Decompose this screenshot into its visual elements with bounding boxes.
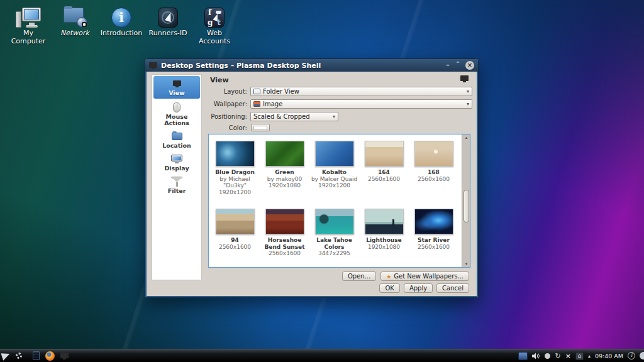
desktop-icon-web-accounts[interactable]: fgt Web Accounts: [191, 4, 238, 45]
network-folder-icon: [62, 6, 87, 28]
desktop-icon-label: Introduction: [98, 29, 145, 37]
desktop-icon-my-computer[interactable]: My Computer: [5, 4, 52, 45]
firefox-icon[interactable]: [45, 351, 55, 361]
sidebar-item-filter[interactable]: Filter: [152, 174, 201, 197]
tray-close-icon[interactable]: ×: [565, 353, 571, 359]
web-accounts-icon: fgt: [204, 8, 225, 28]
volume-icon[interactable]: [532, 353, 540, 359]
wallpaper-item[interactable]: Greenby makoy001920x1080: [260, 141, 309, 195]
layout-label: Layout:: [184, 88, 247, 95]
text-editor-icon[interactable]: [33, 351, 40, 360]
wallpaper-thumbnail: [414, 209, 453, 234]
wallpaper-item[interactable]: Lake Tahoe Colors3447x2295: [309, 209, 359, 257]
mouse-icon: [173, 102, 180, 112]
color-picker-button[interactable]: [251, 124, 270, 131]
image-icon: [253, 101, 260, 107]
chevron-down-icon: ▾: [333, 114, 335, 119]
window-titlebar[interactable]: Desktop Settings – Plasma Desktop Shell …: [145, 59, 478, 72]
panel-cashew-icon[interactable]: [640, 352, 643, 359]
wallpaper-item[interactable]: Kobaltoby Malcer Quaid1920x1200: [309, 141, 359, 195]
wallpaper-thumbnail: [265, 209, 304, 234]
scrollbar-thumb[interactable]: [464, 190, 469, 222]
desktop-icon-label: Network: [52, 29, 98, 37]
wallpaper-label: Wallpaper:: [184, 101, 247, 107]
cancel-button[interactable]: Cancel: [436, 283, 469, 293]
section-title: View: [210, 76, 229, 84]
positioning-label: Positioning:: [184, 113, 247, 120]
desktop-icon-network[interactable]: Network: [52, 4, 98, 45]
chevron-down-icon: ▾: [467, 101, 469, 107]
view-corner-icon: [460, 75, 469, 82]
pager-widget[interactable]: [518, 352, 528, 360]
desktop-icon-label: Runners-ID: [145, 29, 191, 37]
wallpaper-thumbnail: [315, 141, 354, 167]
wallpaper-item[interactable]: Blue Dragonby Michael"Du3ky"1920x1200: [210, 141, 260, 195]
scroll-up-icon[interactable]: ▴: [462, 135, 470, 140]
desktop-icon-runners-id[interactable]: Runners-ID: [145, 4, 191, 45]
wallpaper-row: Blue Dragonby Michael"Du3ky"1920x1200 Gr…: [210, 141, 460, 195]
folder-view-icon: [253, 89, 260, 94]
view-icon: [173, 80, 181, 87]
desktop-icon-label: Web Accounts: [191, 29, 238, 45]
wallpaper-combobox[interactable]: Image ▾: [250, 99, 472, 109]
chevron-down-icon: ▾: [467, 89, 469, 94]
scroll-down-icon[interactable]: ▾: [462, 261, 470, 266]
open-button[interactable]: Open...: [342, 272, 376, 281]
filter-funnel-icon: [171, 177, 182, 187]
display-icon: [171, 155, 182, 163]
color-label: Color:: [184, 124, 247, 131]
speaker-icon: [532, 353, 540, 359]
wallpaper-thumbnail: [315, 209, 354, 234]
wallpaper-thumbnail: [216, 141, 255, 167]
maximize-button[interactable]: ˆ: [453, 60, 463, 70]
wallpaper-item[interactable]: Horseshoe Bend Sunset2560x1600: [260, 209, 309, 257]
wallpaper-thumbnail: [265, 141, 304, 167]
desktop-settings-window: Desktop Settings – Plasma Desktop Shell …: [145, 58, 479, 298]
scrollbar[interactable]: ▴ ▾: [462, 134, 470, 267]
home-folder-tray-icon[interactable]: ⌂: [575, 352, 584, 360]
launcher-arrow-icon[interactable]: [2, 352, 10, 359]
window-icon: [149, 62, 157, 69]
system-settings-gear-icon[interactable]: [16, 353, 22, 359]
get-hot-new-stuff-icon: ★: [386, 273, 391, 280]
sidebar-item-view[interactable]: View: [153, 76, 200, 99]
compass-arrow-icon: [158, 8, 178, 28]
info-icon: i: [111, 8, 131, 28]
wallpaper-item[interactable]: 1642560x1600: [359, 141, 409, 195]
sidebar-item-display[interactable]: Display: [152, 151, 201, 174]
desktop-wallpaper: My Computer Network i Introduction Runne…: [0, 0, 644, 362]
positioning-combobox[interactable]: Scaled & Cropped ▾: [250, 112, 338, 121]
desktop-icon-row: My Computer Network i Introduction Runne…: [5, 4, 238, 45]
wallpaper-item[interactable]: 1682560x1600: [409, 141, 458, 195]
ok-button[interactable]: OK: [379, 283, 399, 293]
desktop-icon-introduction[interactable]: i Introduction: [98, 4, 145, 45]
notifications-icon[interactable]: i: [628, 352, 635, 359]
wallpaper-item[interactable]: Lighthouse1920x1080: [359, 209, 409, 257]
wallpaper-list: Blue Dragonby Michael"Du3ky"1920x1200 Gr…: [208, 134, 470, 268]
color-swatch: [253, 126, 267, 130]
tray-status-icon[interactable]: [545, 353, 550, 359]
computer-icon: [16, 8, 41, 28]
minimize-button[interactable]: –: [443, 60, 453, 70]
window-title: Desktop Settings – Plasma Desktop Shell: [161, 62, 443, 70]
apply-button[interactable]: Apply: [404, 283, 433, 293]
wallpaper-row: 942560x1600 Horseshoe Bend Sunset2560x16…: [210, 209, 460, 257]
wallpaper-item[interactable]: Star River2560x1600: [409, 209, 458, 257]
wallpaper-thumbnail: [414, 141, 453, 167]
update-sync-icon[interactable]: ↻: [555, 353, 560, 359]
wallpaper-item[interactable]: 942560x1600: [210, 209, 260, 257]
desktop-settings-task-icon[interactable]: [60, 353, 69, 359]
wallpaper-thumbnail: [365, 209, 404, 234]
get-new-wallpapers-button[interactable]: ★ Get New Wallpapers...: [380, 272, 469, 281]
wallpaper-thumbnail: [365, 141, 404, 167]
clock[interactable]: 09:40 AM: [595, 353, 623, 359]
close-button[interactable]: ×: [465, 61, 474, 70]
taskbar: ↻ × ⌂ ▴ 09:40 AM i: [0, 349, 644, 362]
folder-icon: [172, 133, 182, 140]
wallpaper-thumbnail: [216, 209, 255, 234]
layout-combobox[interactable]: Folder View ▾: [250, 87, 472, 96]
desktop-icon-label: My Computer: [5, 29, 52, 45]
sidebar-item-location[interactable]: Location: [152, 129, 201, 151]
tray-expand-icon[interactable]: ▴: [588, 353, 591, 359]
